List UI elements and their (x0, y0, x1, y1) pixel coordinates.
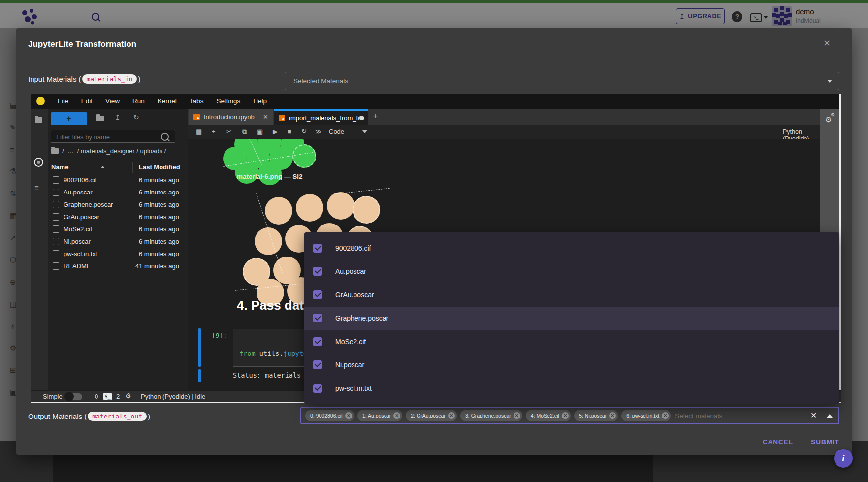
new-launcher-button[interactable]: + (51, 112, 87, 125)
filebrowser-tab-icon[interactable] (35, 117, 42, 123)
file-row[interactable]: Ni.poscar6 minutes ago (48, 235, 188, 248)
tab-introduction[interactable]: Introduction.ipynb ✕ (189, 109, 273, 125)
atom (353, 196, 380, 224)
toc-icon[interactable]: ≡ (34, 183, 39, 192)
material-chip[interactable]: 5: Ni.poscar✕ (574, 410, 618, 421)
dropdown-option[interactable]: pw-scf.in.txt (304, 377, 839, 400)
file-row[interactable]: GrAu.poscar6 minutes ago (48, 211, 188, 223)
menu-view[interactable]: View (99, 94, 126, 109)
cancel-button[interactable]: CANCEL (758, 438, 798, 446)
chip-delete-icon[interactable]: ✕ (662, 412, 669, 419)
checkbox-checked-icon[interactable] (313, 337, 322, 346)
submit-button[interactable]: SUBMIT (805, 438, 845, 446)
checkbox-checked-icon[interactable] (313, 290, 322, 299)
tab-close-icon[interactable]: ✕ (263, 113, 268, 121)
materials-multiselect[interactable]: 0: 9002806.cif✕ 1: Au.poscar✕ 2: GrAu.po… (300, 407, 839, 424)
sort-asc-icon[interactable] (101, 166, 105, 168)
dropdown-option[interactable]: GrAu.poscar (304, 283, 839, 307)
breadcrumb-trail[interactable]: / materials_designer / uploads / (77, 147, 166, 155)
file-row[interactable]: Au.poscar6 minutes ago (48, 186, 188, 198)
stop-icon[interactable]: ■ (288, 128, 291, 135)
menu-help[interactable]: Help (247, 94, 273, 109)
checkbox-checked-icon[interactable] (313, 244, 322, 253)
terminal-badge-icon[interactable]: $_ (103, 393, 112, 400)
file-row[interactable]: 9002806.cif6 minutes ago (48, 174, 188, 186)
chip-delete-icon[interactable]: ✕ (345, 412, 352, 419)
simple-toggle[interactable] (65, 393, 82, 400)
material-chip[interactable]: 4: MoSe2.cif✕ (526, 410, 571, 421)
header-name[interactable]: Name (51, 163, 68, 171)
atom (292, 144, 316, 168)
dropdown-option-highlighted[interactable]: Graphene.poscar (304, 307, 839, 330)
new-tab-icon[interactable]: + (373, 112, 378, 121)
checkbox-checked-icon[interactable] (313, 360, 322, 369)
menu-tabs[interactable]: Tabs (183, 94, 210, 109)
menu-run[interactable]: Run (126, 94, 151, 109)
breadcrumb-home-icon[interactable] (51, 148, 59, 154)
nb-toolbar: ▤ + ✂ ⧉ ▣ ▶ ■ ↻ ≫ Code Python (Pyodide) (188, 125, 820, 139)
filter-input[interactable] (51, 130, 165, 143)
checkbox-checked-icon[interactable] (313, 384, 322, 393)
checkbox-checked-icon[interactable] (313, 314, 322, 322)
header-modified[interactable]: Last Modified (139, 163, 180, 171)
material-chip[interactable]: 3: Graphene.poscar✕ (460, 410, 522, 421)
cut-icon[interactable]: ✂ (226, 128, 232, 135)
chip-label: 4: MoSe2.cif (531, 413, 559, 418)
dropdown-option[interactable]: Au.poscar (304, 260, 839, 284)
chip-delete-icon[interactable]: ✕ (448, 412, 455, 419)
menu-settings[interactable]: Settings (210, 94, 247, 109)
running-kernels-icon[interactable] (34, 158, 43, 167)
option-label: Au.poscar (335, 267, 366, 275)
checkbox-checked-icon[interactable] (313, 267, 322, 276)
clear-selection-icon[interactable]: ✕ (810, 411, 817, 420)
close-icon[interactable]: ✕ (823, 38, 831, 49)
cell-type-select[interactable]: Code (329, 128, 344, 135)
material-chip[interactable]: 1: Au.poscar✕ (357, 410, 402, 421)
dropdown-option[interactable]: MoSe2.cif (304, 330, 839, 353)
materials-in-code: materials_in (82, 74, 137, 84)
selected-materials-select[interactable]: Selected Materials (285, 72, 839, 90)
menu-edit[interactable]: Edit (75, 94, 99, 109)
file-row[interactable]: README41 minutes ago (48, 260, 188, 272)
file-row[interactable]: pw-scf.in.txt6 minutes ago (48, 248, 188, 260)
status-gear-icon[interactable]: ⚙ (125, 392, 131, 400)
filter-search-icon (161, 133, 169, 141)
cell-collapser[interactable] (198, 369, 201, 382)
restart-run-all-icon[interactable]: ≫ (315, 128, 322, 135)
collapse-caret-icon[interactable] (827, 414, 833, 418)
info-fab[interactable]: i (834, 449, 853, 468)
file-row[interactable]: MoSe2.cif6 minutes ago (48, 223, 188, 235)
chip-delete-icon[interactable]: ✕ (393, 412, 400, 419)
dropdown-option[interactable]: 9002806.cif (304, 236, 839, 260)
material-chip[interactable]: 6: pw-scf.in.txt✕ (621, 410, 671, 421)
chip-delete-icon[interactable]: ✕ (562, 412, 569, 419)
kernel-status-text[interactable]: Python (Pyodide) | Idle (141, 393, 205, 400)
refresh-icon[interactable]: ↻ (133, 113, 139, 121)
run-icon[interactable]: ▶ (273, 128, 278, 135)
chip-delete-icon[interactable]: ✕ (609, 412, 616, 419)
select-caret-icon[interactable] (827, 80, 832, 83)
copy-icon[interactable]: ⧉ (242, 128, 247, 136)
tab-import-materials[interactable]: import_materials_from_file (274, 109, 368, 125)
cell-type-caret-icon[interactable] (362, 130, 367, 133)
breadcrumb-ellipsis[interactable]: … (67, 147, 74, 155)
menu-file[interactable]: File (51, 94, 75, 109)
file-name: MoSe2.cif (64, 225, 92, 233)
header-col-divider (132, 162, 133, 173)
materials-search-input[interactable] (674, 412, 750, 420)
tab-dirty-dot[interactable] (359, 116, 364, 120)
dropdown-option[interactable]: Ni.poscar (304, 353, 839, 377)
paste-icon[interactable]: ▣ (257, 128, 263, 135)
menu-kernel[interactable]: Kernel (151, 94, 183, 109)
material-chip[interactable]: 0: 9002806.cif✕ (305, 410, 354, 421)
bulb-icon[interactable]: ⚡ (36, 97, 45, 105)
upload-files-icon[interactable]: ↥ (115, 113, 121, 121)
save-icon[interactable]: ▤ (196, 128, 202, 135)
chip-delete-icon[interactable]: ✕ (514, 412, 520, 419)
new-folder-icon[interactable] (96, 116, 104, 121)
material-chip[interactable]: 2: GrAu.poscar✕ (406, 410, 457, 421)
file-row[interactable]: Graphene.poscar6 minutes ago (48, 198, 188, 211)
insert-cell-icon[interactable]: + (212, 128, 216, 135)
cell-collapser[interactable] (198, 328, 201, 367)
restart-icon[interactable]: ↻ (301, 128, 307, 135)
